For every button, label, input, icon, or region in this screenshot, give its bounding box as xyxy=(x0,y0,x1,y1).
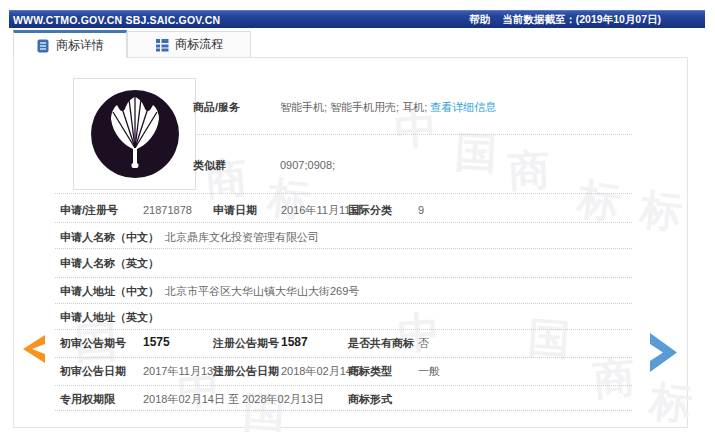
similar-group-value: 0907;0908; xyxy=(280,158,335,172)
tab-trademark-process[interactable]: 商标流程 xyxy=(127,31,251,57)
prelim-gazette-date-value: 2017年11月13日 xyxy=(143,364,224,378)
row-separator xyxy=(195,134,632,135)
site-url-title: WWW.CTMO.GOV.CN SBJ.SAIC.GOV.CN xyxy=(13,14,220,26)
goods-text: 智能手机; 智能手机用壳; 耳机; xyxy=(280,101,427,113)
shared-trademark-label: 是否共有商标 xyxy=(348,336,414,350)
row-separator xyxy=(55,329,632,330)
applicant-name-cn-value: 北京鼎库文化投资管理有限公司 xyxy=(165,230,319,244)
document-icon xyxy=(36,39,50,53)
applicant-addr-en-label: 申请人地址（英文） xyxy=(60,310,159,324)
tab-label: 商标详情 xyxy=(56,37,104,54)
trademark-type-value: 一般 xyxy=(418,364,440,378)
reg-gazette-no-value: 1587 xyxy=(281,335,308,349)
prelim-gazette-no-label: 初审公告期号 xyxy=(60,336,126,350)
trademark-form-label: 商标形式 xyxy=(348,392,392,406)
prelim-gazette-date-label: 初审公告日期 xyxy=(60,364,126,378)
help-link[interactable]: 帮助 xyxy=(469,13,490,27)
trademark-image xyxy=(73,78,196,190)
row-separator xyxy=(55,303,632,304)
data-cutoff-label: 当前数据截至：(2019年10月07日) xyxy=(502,13,661,27)
fan-logo-icon xyxy=(85,84,185,184)
goods-label: 商品/服务 xyxy=(193,100,240,114)
row-separator xyxy=(55,193,632,194)
intl-class-value: 9 xyxy=(418,203,424,217)
exclusive-period-value: 2018年02月14日 至 2028年02月13日 xyxy=(143,392,324,406)
shared-trademark-value: 否 xyxy=(418,336,429,350)
exclusive-period-label: 专用权期限 xyxy=(60,392,115,406)
list-icon xyxy=(155,38,169,52)
applicant-addr-cn-label: 申请人地址（中文） xyxy=(60,284,159,298)
prelim-gazette-no-value: 1575 xyxy=(143,335,170,349)
applicant-name-en-label: 申请人名称（英文） xyxy=(60,256,159,270)
app-reg-no-value: 21871878 xyxy=(143,203,192,217)
reg-gazette-date-label: 注册公告日期 xyxy=(213,364,279,378)
view-detail-link[interactable]: 查看详细信息 xyxy=(430,101,496,113)
row-separator xyxy=(55,277,632,278)
similar-group-label: 类似群 xyxy=(193,158,226,172)
app-date-label: 申请日期 xyxy=(213,203,257,217)
applicant-addr-cn-value: 北京市平谷区大华山镇大华山大街269号 xyxy=(165,284,359,298)
row-separator xyxy=(55,248,632,249)
trademark-detail-page: 中 国 商 标 商 标 标 国 中 国 商 标 中 国 WWW.CTMO.GOV… xyxy=(0,0,715,432)
tab-label: 商标流程 xyxy=(175,36,223,53)
intl-class-label: 国际分类 xyxy=(348,203,392,217)
row-separator xyxy=(55,410,632,411)
chevron-right-icon[interactable] xyxy=(650,333,677,372)
row-separator xyxy=(55,357,632,358)
app-reg-no-label: 申请/注册号 xyxy=(60,203,118,217)
row-separator xyxy=(55,385,632,386)
topbar: WWW.CTMO.GOV.CN SBJ.SAIC.GOV.CN 帮助 当前数据截… xyxy=(9,10,705,28)
row-separator xyxy=(55,222,632,223)
topbar-right-group: 帮助 当前数据截至：(2019年10月07日) xyxy=(469,13,661,27)
chevron-left-icon[interactable] xyxy=(23,335,45,363)
reg-gazette-no-label: 注册公告期号 xyxy=(213,336,279,350)
tab-trademark-detail[interactable]: 商标详情 xyxy=(13,30,127,58)
trademark-type-label: 商标类型 xyxy=(348,364,392,378)
applicant-name-cn-label: 申请人名称（中文） xyxy=(60,230,159,244)
goods-value: 智能手机; 智能手机用壳; 耳机; 查看详细信息 xyxy=(280,100,496,114)
